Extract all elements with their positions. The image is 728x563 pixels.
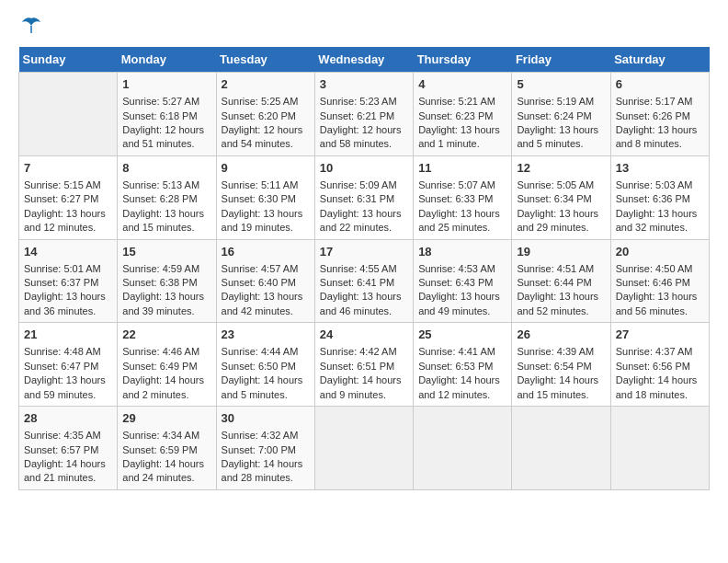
day-number: 19 [517, 244, 605, 260]
day-info: Sunrise: 4:55 AMSunset: 6:41 PMDaylight:… [320, 263, 402, 316]
weekday-header-wednesday: Wednesday [314, 47, 413, 73]
calendar-cell: 10Sunrise: 5:09 AMSunset: 6:31 PMDayligh… [314, 155, 413, 239]
calendar-cell: 26Sunrise: 4:39 AMSunset: 6:54 PMDayligh… [512, 323, 610, 407]
calendar-cell: 9Sunrise: 5:11 AMSunset: 6:30 PMDaylight… [216, 155, 314, 239]
day-info: Sunrise: 4:39 AMSunset: 6:54 PMDaylight:… [517, 346, 598, 399]
calendar-cell [610, 407, 709, 490]
calendar-cell: 11Sunrise: 5:07 AMSunset: 6:33 PMDayligh… [414, 155, 512, 239]
day-number: 27 [616, 327, 704, 343]
calendar-cell: 28Sunrise: 4:35 AMSunset: 6:57 PMDayligh… [19, 407, 118, 490]
day-info: Sunrise: 4:57 AMSunset: 6:40 PMDaylight:… [222, 263, 303, 316]
day-number: 25 [418, 327, 506, 343]
day-info: Sunrise: 4:44 AMSunset: 6:50 PMDaylight:… [222, 346, 303, 399]
day-info: Sunrise: 4:53 AMSunset: 6:43 PMDaylight:… [418, 263, 500, 316]
day-number: 16 [222, 244, 310, 260]
calendar-table: SundayMondayTuesdayWednesdayThursdayFrid… [18, 47, 710, 490]
logo [18, 18, 42, 41]
day-number: 5 [517, 76, 605, 93]
logo-bird-icon [20, 17, 42, 35]
day-number: 23 [222, 327, 310, 343]
day-info: Sunrise: 4:32 AMSunset: 7:00 PMDaylight:… [222, 430, 303, 483]
day-info: Sunrise: 4:41 AMSunset: 6:53 PMDaylight:… [418, 346, 500, 399]
day-number: 29 [122, 410, 210, 427]
day-number: 22 [122, 327, 210, 343]
day-number: 14 [24, 244, 112, 260]
calendar-cell: 24Sunrise: 4:42 AMSunset: 6:51 PMDayligh… [314, 323, 413, 407]
day-number: 20 [616, 244, 704, 260]
day-number: 15 [122, 244, 210, 260]
calendar-cell: 19Sunrise: 4:51 AMSunset: 6:44 PMDayligh… [512, 239, 610, 323]
day-info: Sunrise: 5:15 AMSunset: 6:27 PMDaylight:… [24, 179, 106, 233]
day-info: Sunrise: 4:51 AMSunset: 6:44 PMDaylight:… [517, 263, 598, 316]
calendar-cell: 2Sunrise: 5:25 AMSunset: 6:20 PMDaylight… [216, 73, 314, 156]
weekday-header-friday: Friday [512, 47, 610, 73]
day-number: 28 [24, 410, 112, 427]
day-info: Sunrise: 5:01 AMSunset: 6:37 PMDaylight:… [24, 263, 106, 316]
day-number: 24 [320, 327, 408, 343]
calendar-cell: 29Sunrise: 4:34 AMSunset: 6:59 PMDayligh… [118, 407, 216, 490]
day-number: 8 [122, 160, 210, 177]
day-info: Sunrise: 5:17 AMSunset: 6:26 PMDaylight:… [616, 96, 698, 149]
calendar-cell: 17Sunrise: 4:55 AMSunset: 6:41 PMDayligh… [314, 239, 413, 323]
day-info: Sunrise: 5:05 AMSunset: 6:34 PMDaylight:… [517, 179, 598, 233]
calendar-cell: 13Sunrise: 5:03 AMSunset: 6:36 PMDayligh… [610, 155, 709, 239]
day-info: Sunrise: 5:19 AMSunset: 6:24 PMDaylight:… [517, 96, 598, 149]
calendar-cell: 25Sunrise: 4:41 AMSunset: 6:53 PMDayligh… [414, 323, 512, 407]
day-number: 3 [320, 76, 408, 93]
page-header [18, 18, 710, 41]
day-number: 7 [24, 160, 112, 177]
calendar-cell: 14Sunrise: 5:01 AMSunset: 6:37 PMDayligh… [19, 239, 118, 323]
day-info: Sunrise: 5:07 AMSunset: 6:33 PMDaylight:… [418, 179, 500, 233]
calendar-cell: 21Sunrise: 4:48 AMSunset: 6:47 PMDayligh… [19, 323, 118, 407]
day-info: Sunrise: 5:25 AMSunset: 6:20 PMDaylight:… [222, 96, 303, 149]
day-info: Sunrise: 4:37 AMSunset: 6:56 PMDaylight:… [616, 346, 698, 399]
day-info: Sunrise: 5:27 AMSunset: 6:18 PMDaylight:… [122, 96, 204, 149]
day-number: 6 [616, 76, 704, 93]
day-info: Sunrise: 5:23 AMSunset: 6:21 PMDaylight:… [320, 96, 402, 149]
calendar-cell: 12Sunrise: 5:05 AMSunset: 6:34 PMDayligh… [512, 155, 610, 239]
day-info: Sunrise: 4:46 AMSunset: 6:49 PMDaylight:… [122, 346, 204, 399]
calendar-cell: 15Sunrise: 4:59 AMSunset: 6:38 PMDayligh… [118, 239, 216, 323]
day-info: Sunrise: 5:11 AMSunset: 6:30 PMDaylight:… [222, 179, 303, 233]
day-info: Sunrise: 4:50 AMSunset: 6:46 PMDaylight:… [616, 263, 698, 316]
day-info: Sunrise: 4:42 AMSunset: 6:51 PMDaylight:… [320, 346, 402, 399]
day-number: 21 [24, 327, 112, 343]
day-info: Sunrise: 5:21 AMSunset: 6:23 PMDaylight:… [418, 96, 500, 149]
calendar-cell: 6Sunrise: 5:17 AMSunset: 6:26 PMDaylight… [610, 73, 709, 156]
day-number: 9 [222, 160, 310, 177]
day-info: Sunrise: 4:34 AMSunset: 6:59 PMDaylight:… [122, 430, 204, 483]
calendar-cell [414, 407, 512, 490]
calendar-cell [314, 407, 413, 490]
calendar-cell: 8Sunrise: 5:13 AMSunset: 6:28 PMDaylight… [118, 155, 216, 239]
day-info: Sunrise: 5:03 AMSunset: 6:36 PMDaylight:… [616, 179, 698, 233]
day-number: 26 [517, 327, 605, 343]
weekday-header-saturday: Saturday [610, 47, 709, 73]
day-number: 30 [222, 410, 310, 427]
calendar-cell: 30Sunrise: 4:32 AMSunset: 7:00 PMDayligh… [216, 407, 314, 490]
day-info: Sunrise: 5:13 AMSunset: 6:28 PMDaylight:… [122, 179, 204, 233]
weekday-header-thursday: Thursday [414, 47, 512, 73]
day-number: 11 [418, 160, 506, 177]
day-number: 13 [616, 160, 704, 177]
calendar-cell [512, 407, 610, 490]
day-number: 1 [122, 76, 210, 93]
calendar-cell: 5Sunrise: 5:19 AMSunset: 6:24 PMDaylight… [512, 73, 610, 156]
calendar-cell: 20Sunrise: 4:50 AMSunset: 6:46 PMDayligh… [610, 239, 709, 323]
day-number: 12 [517, 160, 605, 177]
day-info: Sunrise: 4:35 AMSunset: 6:57 PMDaylight:… [24, 430, 106, 483]
calendar-cell: 1Sunrise: 5:27 AMSunset: 6:18 PMDaylight… [118, 73, 216, 156]
calendar-cell: 16Sunrise: 4:57 AMSunset: 6:40 PMDayligh… [216, 239, 314, 323]
day-number: 17 [320, 244, 408, 260]
calendar-cell: 4Sunrise: 5:21 AMSunset: 6:23 PMDaylight… [414, 73, 512, 156]
day-number: 10 [320, 160, 408, 177]
day-info: Sunrise: 4:48 AMSunset: 6:47 PMDaylight:… [24, 346, 106, 399]
weekday-header-monday: Monday [118, 47, 216, 73]
calendar-cell [19, 73, 118, 156]
day-info: Sunrise: 5:09 AMSunset: 6:31 PMDaylight:… [320, 179, 402, 233]
day-info: Sunrise: 4:59 AMSunset: 6:38 PMDaylight:… [122, 263, 204, 316]
weekday-header-tuesday: Tuesday [216, 47, 314, 73]
day-number: 2 [222, 76, 310, 93]
weekday-header-sunday: Sunday [19, 47, 118, 73]
calendar-cell: 23Sunrise: 4:44 AMSunset: 6:50 PMDayligh… [216, 323, 314, 407]
day-number: 4 [418, 76, 506, 93]
